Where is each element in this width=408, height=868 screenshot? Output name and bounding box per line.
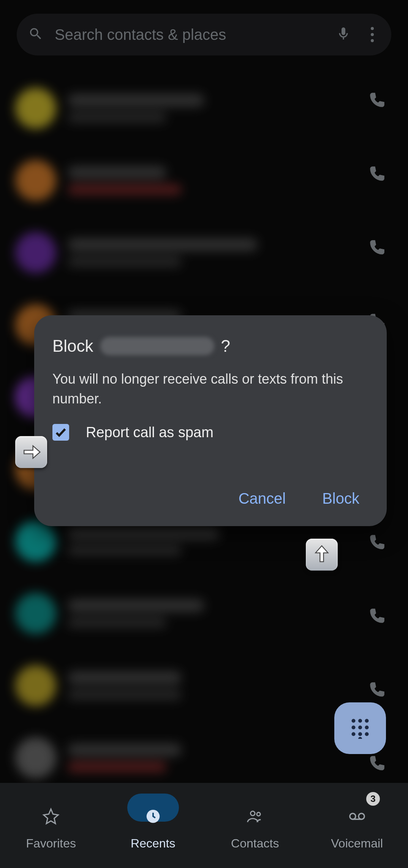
nav-label: Voicemail <box>331 836 383 851</box>
dialog-body: You will no longer receive calls or text… <box>52 369 368 409</box>
svg-point-4 <box>358 719 362 723</box>
report-spam-label: Report call as spam <box>86 424 213 441</box>
dialog-title-number-redacted <box>100 337 214 355</box>
svg-point-9 <box>352 732 356 736</box>
voicemail-icon <box>348 808 366 827</box>
nav-favorites[interactable]: Favorites <box>0 783 102 868</box>
report-spam-checkbox[interactable] <box>52 424 69 441</box>
svg-point-6 <box>352 726 356 729</box>
svg-point-7 <box>358 726 362 729</box>
block-button[interactable]: Block <box>319 486 362 511</box>
svg-point-16 <box>350 813 356 819</box>
dialog-title-suffix: ? <box>221 337 230 356</box>
dialog-title: Block ? <box>52 337 368 356</box>
svg-point-17 <box>359 813 364 819</box>
svg-point-11 <box>365 732 369 736</box>
clock-icon <box>144 808 162 827</box>
report-spam-row[interactable]: Report call as spam <box>52 424 368 441</box>
nav-voicemail[interactable]: 3 Voicemail <box>306 783 408 868</box>
svg-point-10 <box>358 732 362 736</box>
annotation-arrow-up-icon <box>306 539 338 571</box>
nav-label: Contacts <box>231 836 279 851</box>
star-icon <box>42 808 60 827</box>
svg-point-8 <box>365 726 369 729</box>
dialpad-fab[interactable] <box>334 702 386 754</box>
annotation-arrow-right-icon <box>15 436 47 468</box>
nav-label: Favorites <box>26 836 76 851</box>
block-number-dialog: Block ? You will no longer receive calls… <box>34 315 387 526</box>
svg-point-14 <box>251 811 255 816</box>
nav-recents[interactable]: Recents <box>102 783 204 868</box>
svg-point-5 <box>365 719 369 723</box>
dialpad-icon <box>349 716 372 740</box>
dialog-title-prefix: Block <box>52 337 93 356</box>
people-icon <box>246 808 264 827</box>
cancel-button[interactable]: Cancel <box>236 486 289 511</box>
nav-label: Recents <box>131 836 175 851</box>
nav-contacts[interactable]: Contacts <box>204 783 306 868</box>
voicemail-badge: 3 <box>366 792 380 806</box>
svg-point-3 <box>352 719 356 723</box>
dialog-actions: Cancel Block <box>52 486 368 511</box>
svg-point-15 <box>257 812 260 816</box>
svg-point-12 <box>358 737 362 739</box>
bottom-nav: Favorites Recents Contacts 3 Voicemail <box>0 783 408 868</box>
